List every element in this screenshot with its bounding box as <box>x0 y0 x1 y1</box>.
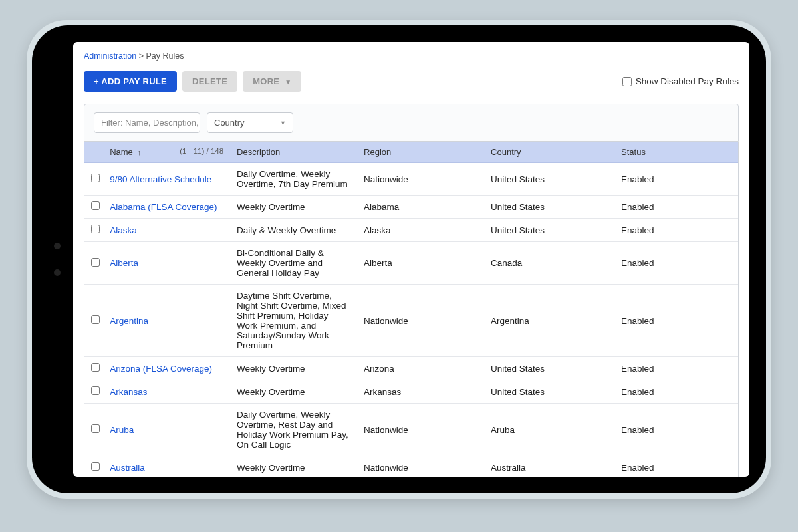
sort-ascending-icon: ↑ <box>137 148 141 156</box>
cell-country: United States <box>484 380 614 404</box>
pay-rule-name-link[interactable]: Argentina <box>110 316 148 326</box>
cell-description: Daily Overtime, Weekly Overtime, 7th Day… <box>230 163 357 196</box>
cell-status: Enabled <box>614 404 738 456</box>
pay-rule-name-link[interactable]: Australia <box>110 463 145 473</box>
cell-status: Enabled <box>614 242 738 285</box>
pay-rule-name-link[interactable]: Aruba <box>110 425 134 435</box>
pay-rules-table-wrap: Name ↑ (1 - 11) / 148 Description Region… <box>84 142 739 477</box>
row-checkbox[interactable] <box>91 363 100 372</box>
cell-description: Daytime Shift Overtime, Night Shift Over… <box>230 285 357 357</box>
col-country[interactable]: Country <box>484 142 614 163</box>
cell-country: Aruba <box>484 404 614 456</box>
cell-region: Nationwide <box>357 163 484 196</box>
pay-rule-name-link[interactable]: Arkansas <box>110 387 147 397</box>
row-checkbox[interactable] <box>91 225 100 233</box>
pay-rule-name-link[interactable]: 9/80 Alternative Schedule <box>110 174 211 184</box>
cell-description: Weekly Overtime <box>230 357 357 380</box>
tablet-bezel: Administration > Pay Rules + ADD PAY RUL… <box>32 25 766 493</box>
cell-status: Enabled <box>614 285 738 357</box>
show-disabled-toggle[interactable]: Show Disabled Pay Rules <box>622 76 739 86</box>
cell-region: Arizona <box>357 357 484 380</box>
filter-country-label: Country <box>214 118 245 128</box>
cell-description: Weekly Overtime <box>230 196 357 219</box>
cell-description: Weekly Overtime <box>230 456 357 477</box>
pay-rule-name-link[interactable]: Arizona (FLSA Coverage) <box>110 364 212 374</box>
cell-country: Canada <box>484 242 614 285</box>
cell-status: Enabled <box>614 357 738 380</box>
col-name-label: Name <box>110 147 133 157</box>
table-row: 9/80 Alternative ScheduleDaily Overtime,… <box>84 163 738 196</box>
cell-description: Daily & Weekly Overtime <box>230 219 357 242</box>
table-row: AlbertaBi-Conditional Daily & Weekly Ove… <box>84 242 738 285</box>
more-button-label: MORE <box>253 76 279 86</box>
cell-status: Enabled <box>614 196 738 219</box>
row-checkbox[interactable] <box>91 258 100 267</box>
show-disabled-checkbox[interactable] <box>622 77 632 86</box>
cell-country: United States <box>484 163 614 196</box>
row-checkbox[interactable] <box>91 174 100 182</box>
breadcrumb-current: Pay Rules <box>146 51 184 61</box>
filter-search-input[interactable]: Filter: Name, Description, <box>94 112 200 133</box>
table-row: AlaskaDaily & Weekly OvertimeAlaskaUnite… <box>84 219 738 242</box>
cell-description: Weekly Overtime <box>230 380 357 404</box>
show-disabled-label: Show Disabled Pay Rules <box>636 76 739 86</box>
col-checkbox <box>84 142 103 163</box>
table-row: ArubaDaily Overtime, Weekly Overtime, Re… <box>84 404 738 456</box>
screen: Administration > Pay Rules + ADD PAY RUL… <box>73 42 749 477</box>
caret-down-icon: ▼ <box>280 120 286 126</box>
delete-button[interactable]: DELETE <box>182 71 237 92</box>
table-row: ArkansasWeekly OvertimeArkansasUnited St… <box>84 380 738 404</box>
row-checkbox[interactable] <box>91 462 100 471</box>
table-row: Arizona (FLSA Coverage)Weekly OvertimeAr… <box>84 357 738 380</box>
cell-status: Enabled <box>614 219 738 242</box>
caret-down-icon: ▼ <box>285 78 291 86</box>
pay-rule-name-link[interactable]: Alberta <box>110 258 138 268</box>
cell-region: Arkansas <box>357 380 484 404</box>
cell-country: Australia <box>484 456 614 477</box>
cell-country: Argentina <box>484 285 614 357</box>
row-checkbox[interactable] <box>91 424 100 433</box>
pay-rule-name-link[interactable]: Alabama (FLSA Coverage) <box>110 202 217 212</box>
cell-status: Enabled <box>614 163 738 196</box>
filter-bar: Filter: Name, Description, Country ▼ <box>84 104 739 142</box>
breadcrumb: Administration > Pay Rules <box>84 51 739 61</box>
cell-region: Alaska <box>357 219 484 242</box>
cell-region: Nationwide <box>357 285 484 357</box>
table-row: Alabama (FLSA Coverage)Weekly OvertimeAl… <box>84 196 738 219</box>
col-region[interactable]: Region <box>357 142 484 163</box>
cell-region: Nationwide <box>357 404 484 456</box>
table-row: AustraliaWeekly OvertimeNationwideAustra… <box>84 456 738 477</box>
pager-text: (1 - 11) / 148 <box>180 147 223 155</box>
breadcrumb-separator: > <box>139 51 144 61</box>
pay-rule-name-link[interactable]: Alaska <box>110 225 137 235</box>
cell-country: United States <box>484 357 614 380</box>
col-name[interactable]: Name ↑ (1 - 11) / 148 <box>103 142 230 163</box>
row-checkbox[interactable] <box>91 201 100 210</box>
cell-description: Bi-Conditional Daily & Weekly Overtime a… <box>230 242 357 285</box>
col-status[interactable]: Status <box>614 142 738 163</box>
table-row: ArgentinaDaytime Shift Overtime, Night S… <box>84 285 738 357</box>
filter-country-select[interactable]: Country ▼ <box>207 112 293 133</box>
cell-status: Enabled <box>614 380 738 404</box>
add-pay-rule-button[interactable]: + ADD PAY RULE <box>84 71 177 92</box>
tablet-camera <box>54 243 61 249</box>
pay-rules-table: Name ↑ (1 - 11) / 148 Description Region… <box>84 142 738 477</box>
cell-region: Alberta <box>357 242 484 285</box>
cell-region: Nationwide <box>357 456 484 477</box>
tablet-frame: Administration > Pay Rules + ADD PAY RUL… <box>27 20 771 499</box>
cell-country: United States <box>484 196 614 219</box>
more-button[interactable]: MORE ▼ <box>243 71 301 92</box>
cell-region: Alabama <box>357 196 484 219</box>
col-description[interactable]: Description <box>230 142 357 163</box>
row-checkbox[interactable] <box>91 315 100 324</box>
cell-description: Daily Overtime, Weekly Overtime, Rest Da… <box>230 404 357 456</box>
breadcrumb-administration[interactable]: Administration <box>84 51 136 61</box>
cell-country: United States <box>484 219 614 242</box>
row-checkbox[interactable] <box>91 386 100 395</box>
tablet-sensor <box>54 269 61 276</box>
cell-status: Enabled <box>614 456 738 477</box>
